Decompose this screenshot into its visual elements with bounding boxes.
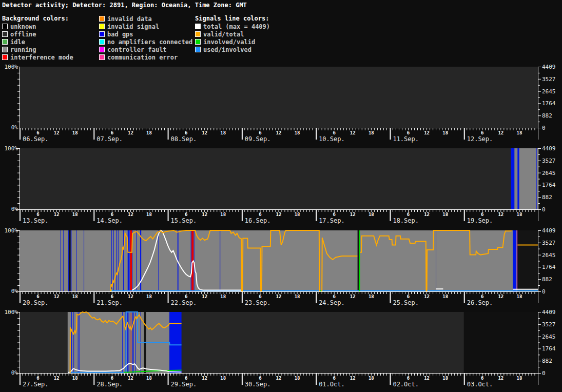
hour-label: 12 [128, 294, 133, 299]
hour-label: 18 [146, 130, 152, 135]
hour-label: 12 [202, 130, 207, 135]
day-label: 21.Sep. [96, 299, 123, 306]
y-right-label: 882 [542, 112, 552, 119]
day-label: 27.Sep. [23, 381, 49, 388]
hour-label: 18 [517, 294, 522, 299]
hour-label: 6 [259, 130, 261, 135]
hour-label: 6 [36, 130, 39, 135]
y-axis-left: 100%0% [5, 146, 20, 212]
hour-label: 18 [369, 212, 374, 217]
hour-label: 6 [185, 376, 187, 381]
y-right-label: 2645 [542, 170, 556, 177]
hour-label: 6 [111, 294, 113, 299]
day-label: 29.Sep. [171, 381, 197, 388]
hour-label: 18 [442, 376, 448, 381]
y-axis-right: 08821764264535274409 [538, 228, 556, 303]
bg-bands [20, 230, 538, 291]
legend-label: offline [10, 31, 36, 38]
x-axis: 6121806.Sep.6121807.Sep.6121808.Sep.6121… [20, 128, 538, 143]
running-band [20, 230, 517, 291]
y-right-label: 4409 [542, 146, 556, 152]
legend-swatch-involved-valid [195, 39, 201, 45]
legend-label: unknown [10, 23, 36, 30]
day-label: 20.Sep. [23, 299, 49, 306]
hour-label: 12 [424, 294, 430, 299]
blue-band [116, 230, 117, 291]
blue-band [71, 312, 72, 373]
blue-band [517, 148, 519, 209]
hour-label: 18 [146, 212, 152, 217]
hour-label: 12 [128, 376, 133, 381]
legend-label: valid/total [203, 31, 244, 38]
hour-label: 6 [481, 130, 483, 135]
y-left-bottom-label: 0% [11, 124, 18, 131]
hour-label: 12 [498, 212, 503, 217]
y-left-top-label: 100% [5, 146, 18, 152]
blue-band [513, 230, 516, 291]
hour-label: 6 [407, 130, 410, 135]
blue-band [194, 230, 195, 291]
hour-label: 12 [54, 212, 60, 217]
hour-label: 6 [111, 376, 113, 381]
y-right-label: 1764 [542, 100, 556, 107]
bg-bands [511, 148, 538, 209]
legend-swatch-used-involved [195, 47, 201, 52]
y-right-label: 1764 [542, 345, 556, 352]
hour-label: 18 [517, 212, 522, 217]
legend-background-header: Background colors: [2, 15, 73, 23]
day-label: 30.Sep. [245, 381, 271, 388]
hour-label: 6 [111, 212, 113, 217]
day-label: 06.Sep. [23, 135, 49, 143]
hour-label: 18 [517, 376, 522, 381]
day-label: 01.Oct. [319, 381, 345, 388]
hour-label: 12 [424, 212, 430, 217]
hour-label: 6 [185, 294, 187, 299]
y-right-label: 4409 [542, 228, 556, 234]
day-label: 03.Oct. [467, 381, 493, 388]
legend-status-colors: invalid datainvalid signalbad gpsno ampl… [99, 15, 192, 61]
legend-swatch-valid-total [195, 31, 201, 37]
y-right-label: 1764 [542, 264, 556, 270]
activity-row-4: 100%0%088217642645352744096121827.Sep.61… [0, 309, 562, 392]
blue-band [536, 148, 536, 209]
hour-label: 12 [54, 130, 60, 135]
legend-label: interference mode [10, 54, 73, 61]
hour-label: 12 [202, 212, 207, 217]
hour-label: 18 [295, 376, 300, 381]
day-label: 25.Sep. [393, 299, 419, 306]
legend-item-total-max-4409: total (max = 4409) [195, 23, 270, 30]
hour-label: 18 [295, 294, 300, 299]
legend-background-colors: Background colors: unknownofflineidlerun… [2, 15, 73, 61]
hour-label: 6 [185, 130, 187, 135]
hour-label: 12 [128, 212, 133, 217]
hour-label: 6 [481, 294, 483, 299]
page: { "title": "Detector activity; Detector:… [0, 0, 562, 392]
hour-label: 6 [36, 212, 39, 217]
legend-label: controller fault [107, 46, 167, 53]
legend-item-invalid-data: invalid data [99, 15, 192, 23]
blue-band [123, 230, 124, 291]
y-right-label: 0 [542, 125, 546, 131]
day-label: 09.Sep. [245, 135, 271, 143]
day-label: 17.Sep. [319, 217, 345, 224]
day-label: 26.Sep. [467, 299, 493, 306]
legend-swatch-unknown [2, 24, 8, 29]
green-signal-line [359, 230, 360, 291]
legend-signal-items: total (max = 4409)valid/totalinvolved/va… [195, 23, 270, 53]
day-label: 11.Sep. [393, 135, 419, 143]
legend-swatch-invalid-signal [99, 24, 105, 29]
hour-label: 12 [424, 130, 430, 135]
hour-label: 6 [407, 376, 410, 381]
y-right-label: 0 [542, 206, 546, 213]
hour-label: 18 [220, 212, 226, 217]
y-right-label: 4409 [542, 64, 556, 70]
legend-label: total (max = 4409) [203, 23, 270, 30]
legend-signals-header: Signals line colors: [195, 15, 270, 23]
blue-band [169, 312, 181, 373]
y-right-label: 2645 [542, 252, 556, 259]
y-axis-right: 08821764264535274409 [538, 309, 556, 385]
blue-band [159, 230, 159, 291]
hour-label: 18 [146, 376, 152, 381]
hour-label: 12 [350, 294, 356, 299]
hour-label: 12 [202, 294, 207, 299]
